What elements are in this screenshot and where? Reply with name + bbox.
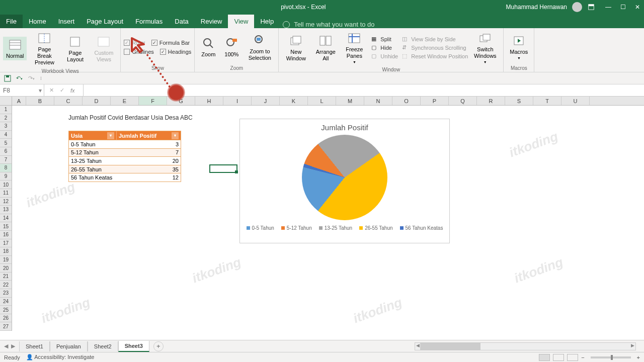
row-header-19[interactable]: 19 [0, 256, 12, 264]
row-header-10[interactable]: 10 [0, 180, 12, 189]
avatar[interactable] [572, 2, 582, 12]
col-header-U[interactable]: U [561, 97, 590, 105]
zoom-100-button[interactable]: 100% [221, 35, 242, 59]
row-header-23[interactable]: 23 [0, 289, 12, 298]
col-header-O[interactable]: O [392, 97, 421, 105]
user-name[interactable]: Muhammad Hernawan [506, 4, 567, 11]
table-row[interactable]: 0-5 Tahun3 [69, 140, 181, 148]
col-header-Q[interactable]: Q [449, 97, 477, 105]
sheet-tab-penjualan[interactable]: Penjualan [50, 341, 88, 351]
tab-page-layout[interactable]: Page Layout [80, 15, 129, 28]
sheet-tab-sheet1[interactable]: Sheet1 [19, 341, 50, 351]
row-header-3[interactable]: 3 [0, 122, 12, 131]
col-header-D[interactable]: D [83, 97, 111, 105]
filter-icon[interactable]: ▾ [172, 132, 179, 139]
column-headers[interactable]: ABCDEFGHIJKLMNOPQRSTU [12, 97, 644, 106]
tell-me[interactable]: Tell me what you want to do [283, 21, 374, 28]
page-layout-status-icon[interactable] [553, 354, 564, 361]
row-header-12[interactable]: 12 [0, 198, 12, 206]
page-break-status-icon[interactable] [567, 354, 578, 361]
maximize-icon[interactable]: ☐ [620, 4, 626, 11]
tab-home[interactable]: Home [23, 15, 52, 28]
col-header-F[interactable]: F [139, 97, 167, 105]
col-header-H[interactable]: H [195, 97, 223, 105]
macros-button[interactable]: Macros▼ [507, 33, 531, 62]
row-header-20[interactable]: 20 [0, 264, 12, 273]
col-header-N[interactable]: N [364, 97, 392, 105]
row-header-14[interactable]: 14 [0, 214, 12, 223]
row-header-21[interactable]: 21 [0, 273, 12, 281]
zoom-button[interactable]: Zoom [198, 35, 219, 59]
chevron-down-icon[interactable]: ▾ [39, 87, 42, 94]
row-header-6[interactable]: 6 [0, 147, 12, 156]
normal-view-button[interactable]: Normal [3, 37, 27, 60]
qat-customize-icon[interactable]: ⁞ [40, 76, 42, 81]
table-row[interactable]: 13-25 Tahun20 [69, 156, 181, 165]
page-layout-button[interactable]: Page Layout [62, 34, 88, 64]
name-box[interactable]: F8▾ [0, 84, 44, 96]
save-icon[interactable] [4, 75, 11, 82]
split-button[interactable]: ▦Split [371, 35, 398, 43]
tab-insert[interactable]: Insert [52, 15, 81, 28]
table-row[interactable]: 5-12 Tahun7 [69, 148, 181, 157]
row-headers[interactable]: 1234567891011121314151617181920212223242… [0, 106, 12, 331]
filter-icon[interactable]: ▾ [107, 132, 114, 139]
new-window-button[interactable]: New Window [282, 33, 310, 63]
row-header-7[interactable]: 7 [0, 156, 12, 164]
col-header-A[interactable]: A [12, 97, 26, 105]
tab-data[interactable]: Data [169, 15, 194, 28]
zoom-in-button[interactable]: + [637, 354, 640, 360]
selected-cell[interactable] [209, 164, 237, 173]
col-header-C[interactable]: C [54, 97, 83, 105]
col-header-J[interactable]: J [252, 97, 280, 105]
fx-icon[interactable]: fx [70, 87, 75, 94]
formula-bar-checkbox[interactable]: ✓Formula Bar [151, 39, 190, 47]
sheet-nav-prev-icon[interactable]: ◀ [4, 343, 8, 349]
select-all-corner[interactable] [0, 97, 12, 106]
close-icon[interactable]: ✕ [635, 4, 640, 11]
col-header-R[interactable]: R [477, 97, 505, 105]
horizontal-scrollbar[interactable]: ◀▶ [415, 342, 636, 350]
tab-formulas[interactable]: Formulas [129, 15, 169, 28]
row-header-18[interactable]: 18 [0, 247, 12, 256]
col-header-I[interactable]: I [223, 97, 252, 105]
sheet-nav-next-icon[interactable]: ▶ [11, 343, 15, 349]
zoom-out-button[interactable]: − [581, 354, 584, 360]
hide-button[interactable]: ▢Hide [371, 44, 398, 52]
fill-handle[interactable] [235, 170, 238, 173]
row-header-9[interactable]: 9 [0, 172, 12, 181]
minimize-icon[interactable]: — [605, 4, 611, 11]
add-sheet-button[interactable]: + [153, 341, 164, 351]
row-header-17[interactable]: 17 [0, 239, 12, 248]
tab-view[interactable]: View [228, 15, 254, 28]
redo-icon[interactable]: ↷▾ [28, 75, 35, 82]
col-header-M[interactable]: M [336, 97, 364, 105]
row-header-15[interactable]: 15 [0, 222, 12, 231]
zoom-slider[interactable] [591, 356, 631, 358]
col-header-T[interactable]: T [533, 97, 561, 105]
table-row[interactable]: 26-55 Tahun35 [69, 165, 181, 173]
row-header-13[interactable]: 13 [0, 206, 12, 214]
chart[interactable]: Jumlah Positif 0-5 Tahun5-12 Tahun13-25 … [239, 119, 450, 243]
ribbon-options-icon[interactable] [587, 3, 595, 11]
row-header-25[interactable]: 25 [0, 306, 12, 314]
tab-help[interactable]: Help [254, 15, 280, 28]
row-header-27[interactable]: 27 [0, 322, 12, 331]
col-header-E[interactable]: E [111, 97, 139, 105]
row-header-16[interactable]: 16 [0, 231, 12, 239]
row-header-22[interactable]: 22 [0, 281, 12, 289]
col-header-S[interactable]: S [505, 97, 533, 105]
custom-views-button[interactable]: Custom Views [90, 34, 117, 64]
col-header-P[interactable]: P [421, 97, 449, 105]
row-header-2[interactable]: 2 [0, 114, 12, 123]
headings-checkbox[interactable]: ✓Headings [160, 48, 191, 56]
row-header-4[interactable]: 4 [0, 131, 12, 139]
arrange-all-button[interactable]: Arrange All [312, 33, 339, 63]
normal-view-status-icon[interactable] [539, 354, 550, 361]
tab-file[interactable]: File [0, 15, 23, 28]
zoom-selection-button[interactable]: Zoom to Selection [244, 32, 275, 62]
row-header-1[interactable]: 1 [0, 106, 12, 114]
col-header-B[interactable]: B [26, 97, 54, 105]
sheet-tab-sheet3[interactable]: Sheet3 [118, 341, 149, 352]
col-header-K[interactable]: K [280, 97, 308, 105]
